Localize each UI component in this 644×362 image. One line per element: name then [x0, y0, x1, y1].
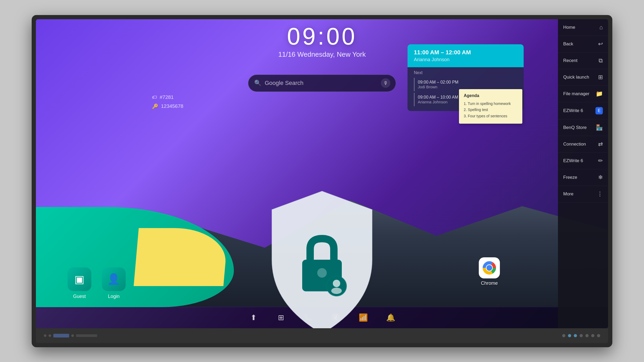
bezel-indicator-2 — [568, 334, 571, 337]
connection-icon: ⇄ — [598, 141, 603, 148]
bezel-indicator-5 — [585, 334, 589, 337]
home-icon: ⌂ — [599, 24, 603, 31]
calendar-current-event: 11:00 AM – 12:00 AM Arianna Johnson — [408, 44, 524, 67]
filemanager-icon: 📁 — [596, 90, 603, 97]
bezel-indicator-6 — [591, 334, 594, 337]
calendar-current-person: Arianna Johnson — [414, 57, 517, 62]
sidebar-home-label: Home — [563, 25, 575, 30]
sidebar-item-home[interactable]: Home ⌂ — [558, 19, 608, 36]
info-password: 🔑 12345678 — [152, 103, 183, 109]
bezel-indicator-1 — [562, 334, 565, 337]
quicklaunch-icon: ⊞ — [598, 74, 603, 81]
user-buttons-area: ▣ Guest 👤 Login — [68, 267, 126, 299]
bezel-dot-1 — [44, 334, 46, 337]
sidebar-more-label: More — [563, 191, 574, 197]
dock-upload-icon[interactable]: ⬆ — [248, 312, 259, 324]
guest-button[interactable]: ▣ Guest — [68, 267, 91, 299]
sidebar-recent-label: Recent — [563, 58, 577, 63]
benqstore-icon: 🏪 — [596, 124, 603, 131]
login-button[interactable]: 👤 Login — [102, 267, 126, 299]
recent-icon: ⧉ — [599, 57, 603, 64]
svg-point-3 — [486, 265, 492, 271]
sidebar-item-back[interactable]: Back ↩ — [558, 36, 608, 52]
sticky-note-item-1: 1. Turn in spelling homework — [464, 101, 518, 107]
calendar-item-1-time: 09:00 AM – 02:00 PM — [418, 80, 458, 85]
search-label: Google Search — [265, 80, 378, 86]
chrome-icon — [479, 257, 500, 278]
bezel-dot-2 — [49, 334, 51, 337]
calendar-current-time: 11:00 AM – 12:00 AM — [414, 49, 517, 56]
calendar-item-2-time: 09:00 AM – 10:00 AM — [418, 95, 458, 100]
login-icon: 👤 — [102, 267, 126, 291]
sticky-note: Agenda 1. Turn in spelling homework 2. S… — [459, 89, 522, 124]
sidebar-item-ezwrite2[interactable]: EZWrite 6 ✏ — [558, 153, 608, 169]
sidebar-item-more[interactable]: More ⋮ — [558, 186, 608, 202]
back-icon: ↩ — [598, 41, 603, 47]
sidebar-item-benqstore[interactable]: BenQ Store 🏪 — [558, 119, 608, 136]
bezel-indicator-4 — [580, 334, 583, 337]
sticky-note-title: Agenda — [464, 93, 518, 98]
bezel-speaker — [76, 334, 97, 337]
ezwrite2-icon: ✏ — [598, 157, 603, 164]
dock-bell-icon[interactable]: 🔔 — [385, 312, 396, 324]
monitor-bottom-bezel — [36, 328, 608, 343]
sidebar-back-label: Back — [563, 41, 573, 47]
screen: 09:00 11/16 Wednesday, New York 🔍 Google… — [36, 19, 608, 328]
sidebar-connection-label: Connection — [563, 142, 586, 147]
svg-point-5 — [317, 268, 327, 278]
guest-label: Guest — [73, 294, 86, 299]
clock-widget: 09:00 11/16 Wednesday, New York — [278, 25, 366, 59]
monitor: 09:00 11/16 Wednesday, New York 🔍 Google… — [32, 15, 612, 347]
shield-overlay — [261, 186, 383, 328]
calendar-item-1-person: Jodi Brown — [418, 85, 458, 89]
bezel-left — [44, 334, 97, 337]
svg-point-8 — [331, 288, 342, 294]
sidebar-item-ezwrite1[interactable]: EZWrite 6 E — [558, 102, 608, 119]
sidebar-quicklaunch-label: Quick launch — [563, 75, 589, 80]
login-label: Login — [108, 294, 120, 299]
bezel-indicator-3 — [574, 334, 577, 337]
sidebar-item-quicklaunch[interactable]: Quick launch ⊞ — [558, 69, 608, 86]
sidebar-item-recent[interactable]: Recent ⧉ — [558, 52, 608, 69]
freeze-icon: ❄ — [598, 174, 603, 181]
sidebar-filemanager-label: File manager — [563, 91, 589, 96]
chrome-app-icon[interactable]: Chrome — [479, 257, 500, 286]
search-bar[interactable]: 🔍 Google Search 🎙 — [248, 75, 396, 92]
clock-time: 09:00 — [278, 25, 366, 48]
clock-date: 11/16 Wednesday, New York — [278, 50, 366, 59]
ezwrite1-icon: E — [595, 107, 603, 114]
info-badges: 🏷 #7281 🔑 12345678 — [152, 94, 183, 109]
room-number-text: #7281 — [160, 94, 174, 100]
more-icon: ⋮ — [597, 191, 603, 197]
tag-icon: 🏷 — [152, 94, 157, 100]
right-sidebar: Home ⌂ Back ↩ Recent ⧉ Quick launch ⊞ Fi… — [558, 19, 608, 328]
sticky-note-item-3: 3. Four types of sentences — [464, 113, 518, 119]
key-icon: 🔑 — [152, 103, 158, 109]
chrome-label: Chrome — [481, 281, 498, 286]
password-text: 12345678 — [161, 103, 183, 109]
svg-point-7 — [333, 280, 340, 287]
guest-icon: ▣ — [68, 267, 91, 291]
calendar-next-label: Next — [414, 70, 517, 75]
sidebar-benqstore-label: BenQ Store — [563, 125, 587, 130]
sidebar-ezwrite1-label: EZWrite 6 — [563, 108, 583, 113]
sidebar-item-connection[interactable]: Connection ⇄ — [558, 136, 608, 153]
bezel-dot-3 — [71, 334, 74, 337]
search-icon: 🔍 — [254, 79, 262, 87]
bezel-usb-port — [53, 334, 69, 337]
calendar-item-2-person: Arianna Johnson — [418, 100, 458, 104]
sidebar-item-filemanager[interactable]: File manager 📁 — [558, 86, 608, 102]
sidebar-ezwrite2-label: EZWrite 6 — [563, 158, 583, 163]
microphone-icon[interactable]: 🎙 — [381, 78, 390, 88]
sidebar-item-freeze[interactable]: Freeze ❄ — [558, 169, 608, 186]
bezel-indicator-7 — [597, 334, 600, 337]
bezel-right — [562, 334, 600, 337]
sticky-note-item-2: 2. Spelling test — [464, 107, 518, 113]
sidebar-freeze-label: Freeze — [563, 175, 577, 180]
info-room-number: 🏷 #7281 — [152, 94, 183, 100]
